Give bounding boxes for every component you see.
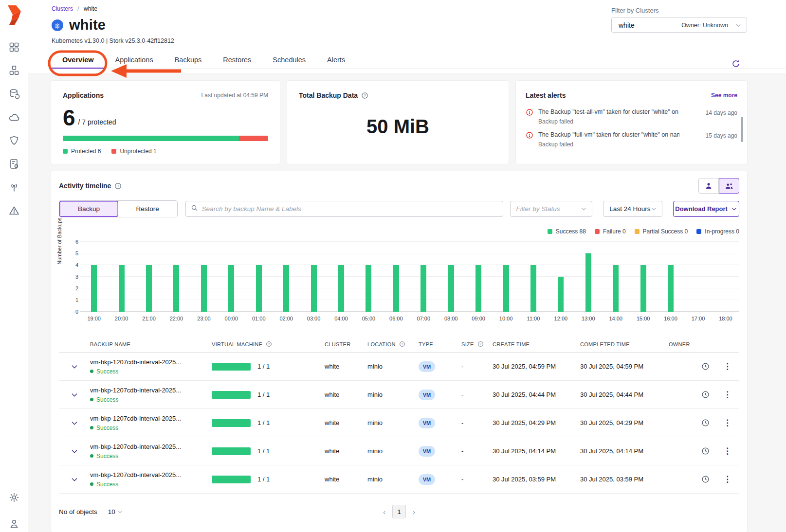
backup-bar[interactable]: [503, 265, 509, 312]
next-page-button[interactable]: ›: [413, 508, 415, 516]
column-header: VIRTUAL MACHINE?: [212, 341, 325, 347]
breadcrumb-current: white: [84, 5, 97, 12]
virtual-machine-cell: 1 / 1: [212, 391, 325, 399]
breadcrumb-clusters-link[interactable]: Clusters: [52, 5, 73, 12]
backup-bar[interactable]: [201, 265, 207, 312]
refresh-icon[interactable]: [731, 59, 740, 68]
expand-row-chevron-icon[interactable]: [59, 391, 90, 399]
y-axis-label: Number of Backups: [56, 258, 62, 265]
backup-name[interactable]: vm-bkp-1207cdb-interval-2025...: [90, 387, 212, 394]
tab-schedules[interactable]: Schedules: [262, 53, 316, 69]
expand-row-chevron-icon[interactable]: [59, 419, 90, 427]
backup-bar[interactable]: [640, 265, 646, 312]
chart-legend-label: Partial Success 0: [643, 228, 688, 235]
expand-row-chevron-icon[interactable]: [59, 447, 90, 455]
clock-icon[interactable]: [701, 447, 710, 455]
cluster-filter-select[interactable]: white Owner: Unknown: [611, 18, 747, 33]
backup-bar[interactable]: [91, 265, 97, 312]
cluster-cell: white: [325, 447, 367, 455]
prev-page-button[interactable]: ‹: [383, 508, 385, 516]
no-of-objects-label: No of objects: [59, 508, 97, 515]
backup-name[interactable]: vm-bkp-1207cdb-interval-2025...: [90, 415, 212, 422]
warning-triangle-icon[interactable]: [8, 204, 20, 217]
gear-icon[interactable]: [8, 491, 20, 504]
backup-bar[interactable]: [228, 265, 234, 312]
bar-slot: [383, 242, 410, 312]
status-filter-select[interactable]: Filter by Status: [510, 201, 593, 217]
tab-restores[interactable]: Restores: [212, 53, 262, 69]
backup-bar[interactable]: [146, 265, 152, 312]
backup-bar[interactable]: [283, 265, 289, 312]
backup-restore-icon[interactable]: [8, 88, 20, 100]
backup-bar[interactable]: [366, 265, 371, 312]
backup-bar[interactable]: [723, 311, 729, 312]
all-users-view-button[interactable]: [719, 178, 739, 194]
clock-icon[interactable]: [701, 362, 710, 371]
restore-toggle-option[interactable]: Restore: [118, 201, 177, 217]
tab-overview[interactable]: Overview: [52, 53, 105, 69]
page-number-button[interactable]: 1: [392, 505, 406, 518]
cloud-icon[interactable]: [8, 111, 20, 124]
row-actions-kebab-icon[interactable]: ⋮: [723, 475, 731, 483]
backup-bar[interactable]: [338, 265, 344, 312]
backup-name[interactable]: vm-bkp-1207cdb-interval-2025...: [90, 358, 212, 366]
single-user-view-button[interactable]: [698, 178, 719, 194]
backup-bar[interactable]: [585, 253, 591, 312]
row-actions-kebab-icon[interactable]: ⋮: [723, 390, 731, 399]
time-range-select[interactable]: Last 24 Hours: [603, 201, 662, 217]
x-tick-label: 21:00: [135, 316, 163, 321]
backup-toggle-option[interactable]: Backup: [59, 201, 118, 217]
page-size-select[interactable]: 10: [108, 508, 123, 515]
backup-name[interactable]: vm-bkp-1207cdb-interval-2025...: [90, 471, 212, 479]
antenna-icon[interactable]: [8, 181, 20, 194]
server-settings-icon[interactable]: [8, 158, 20, 170]
backup-bar[interactable]: [448, 265, 454, 312]
tab-applications[interactable]: Applications: [105, 53, 164, 69]
backup-bar[interactable]: [311, 265, 317, 312]
alerts-scrollbar[interactable]: [741, 117, 743, 142]
help-icon[interactable]: ?: [399, 341, 405, 347]
help-icon[interactable]: ?: [477, 341, 484, 347]
download-report-button[interactable]: Download Report: [673, 201, 739, 217]
status-dot: [90, 482, 93, 486]
backup-bar[interactable]: [613, 265, 619, 312]
grid-icon[interactable]: [8, 41, 20, 53]
backup-bar[interactable]: [393, 265, 399, 312]
portworx-logo[interactable]: [5, 5, 23, 25]
tab-backups[interactable]: Backups: [164, 53, 213, 69]
search-input[interactable]: [202, 205, 498, 213]
backup-name[interactable]: vm-bkp-1207cdb-interval-2025...: [90, 443, 212, 450]
expand-row-chevron-icon[interactable]: [59, 476, 90, 483]
backup-bar[interactable]: [256, 265, 262, 312]
help-icon[interactable]: ?: [266, 341, 272, 347]
backup-bar[interactable]: [119, 265, 125, 312]
cluster-versions: Kubernetes v1.30.0 | Stork v25.3.0-42ff1…: [52, 37, 174, 44]
error-icon: [526, 131, 533, 148]
backup-bar[interactable]: [695, 311, 701, 312]
backup-name-cell: vm-bkp-1207cdb-interval-2025...Success: [90, 443, 212, 460]
chart-legend-label: Success 88: [556, 228, 586, 235]
backup-bar[interactable]: [558, 277, 564, 312]
help-icon[interactable]: ?: [361, 92, 368, 99]
clock-icon[interactable]: [701, 475, 710, 483]
row-actions-kebab-icon[interactable]: ⋮: [723, 362, 731, 371]
person-icon[interactable]: [8, 517, 20, 530]
shield-icon[interactable]: [8, 134, 20, 147]
backup-bar[interactable]: [530, 265, 536, 312]
tab-alerts[interactable]: Alerts: [316, 53, 356, 69]
bar-slot: [218, 242, 245, 312]
clock-icon[interactable]: [701, 390, 710, 399]
backup-bar[interactable]: [173, 265, 179, 312]
backup-bar[interactable]: [475, 265, 481, 312]
backup-bar[interactable]: [420, 265, 426, 312]
backup-status: Success: [90, 425, 212, 431]
info-icon[interactable]: i: [114, 182, 122, 190]
row-actions-kebab-icon[interactable]: ⋮: [723, 447, 731, 455]
bar-slot: [520, 242, 547, 312]
backup-bar[interactable]: [668, 265, 674, 312]
clock-icon[interactable]: [701, 419, 710, 427]
row-actions-kebab-icon[interactable]: ⋮: [723, 419, 731, 427]
clusters-icon[interactable]: [8, 64, 20, 77]
see-more-link[interactable]: See more: [711, 92, 737, 99]
expand-row-chevron-icon[interactable]: [59, 363, 90, 371]
